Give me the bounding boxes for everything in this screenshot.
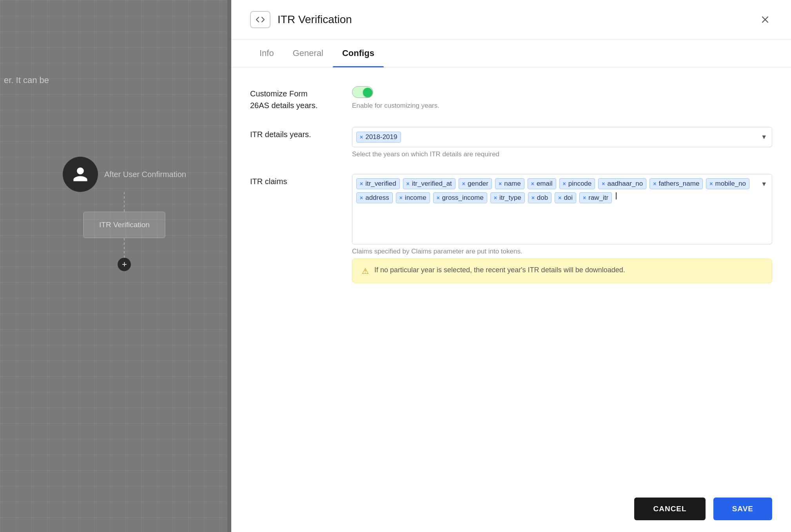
claim-remove[interactable]: × <box>494 195 497 201</box>
claims-hint: Claims specified by Claims parameter are… <box>352 248 772 255</box>
claim-tag-itr_verified_at[interactable]: × itr_verified_at <box>403 178 455 189</box>
code-icon-button[interactable] <box>250 11 270 28</box>
claim-tag-aadhaar_no[interactable]: × aadhaar_no <box>598 178 646 189</box>
flow-node-row: After User Confirmation <box>63 157 186 192</box>
flow-diagram: After User Confirmation ITR Verification… <box>63 157 186 271</box>
claim-tag-gross_income[interactable]: × gross_income <box>433 192 487 203</box>
tabs-row: Info General Configs <box>231 40 791 67</box>
claim-tag-itr_type[interactable]: × itr_type <box>490 192 525 203</box>
claim-tag-gender[interactable]: × gender <box>459 178 492 189</box>
itr-verification-label: ITR Verification <box>99 221 150 229</box>
claim-remove[interactable]: × <box>563 181 566 186</box>
add-node-button[interactable]: + <box>118 258 131 271</box>
claim-label: raw_itr <box>588 194 608 202</box>
claim-tag-fathers_name[interactable]: × fathers_name <box>649 178 703 189</box>
right-panel: ITR Verification Info General Configs Cu… <box>231 0 791 532</box>
user-icon <box>72 166 89 183</box>
claim-label: mobile_no <box>715 180 746 188</box>
claim-remove[interactable]: × <box>406 181 410 186</box>
claim-tag-pincode[interactable]: × pincode <box>559 178 595 189</box>
claim-remove[interactable]: × <box>653 181 656 186</box>
warning-icon: ⚠ <box>362 266 369 276</box>
toggle-row: Enable for customizing years. <box>352 86 772 110</box>
claim-label: name <box>504 180 521 188</box>
left-text: er. It can be <box>0 75 49 85</box>
toggle-thumb <box>363 88 372 97</box>
claim-remove[interactable]: × <box>583 195 586 201</box>
claim-tag-email[interactable]: × email <box>528 178 556 189</box>
claim-remove[interactable]: × <box>532 195 535 201</box>
itr-years-label: ITR details years. <box>250 127 352 140</box>
claim-remove[interactable]: × <box>558 195 561 201</box>
user-node-circle <box>63 157 98 192</box>
itr-years-select[interactable]: × 2018-2019 ▼ <box>352 127 772 147</box>
claim-label: aadhaar_no <box>607 180 643 188</box>
text-cursor <box>616 192 617 199</box>
warning-text: If no particular year is selected, the r… <box>374 266 625 274</box>
claims-dropdown-arrow: ▼ <box>761 181 767 188</box>
claim-tag-dob[interactable]: × dob <box>528 192 552 203</box>
claim-label: itr_type <box>499 194 521 202</box>
claim-label: address <box>365 194 389 202</box>
customize-form-control: Enable for customizing years. <box>352 86 772 110</box>
claim-tag-mobile_no[interactable]: × mobile_no <box>706 178 749 189</box>
claim-remove[interactable]: × <box>399 195 403 201</box>
tab-general[interactable]: General <box>283 40 333 67</box>
year-tag-label: 2018-2019 <box>365 133 397 141</box>
itr-claims-label: ITR claims <box>250 174 352 187</box>
tab-info[interactable]: Info <box>250 40 283 67</box>
cancel-button[interactable]: CANCEL <box>634 498 705 520</box>
claim-label: itr_verified <box>365 180 396 188</box>
claim-remove[interactable]: × <box>462 181 465 186</box>
dashed-connector-2 <box>124 238 125 258</box>
claim-remove[interactable]: × <box>709 181 713 186</box>
warning-box: ⚠ If no particular year is selected, the… <box>352 259 772 283</box>
claim-label: email <box>537 180 553 188</box>
years-dropdown-arrow: ▼ <box>761 134 767 141</box>
claim-tag-doi[interactable]: × doi <box>555 192 576 203</box>
claim-label: gender <box>468 180 488 188</box>
year-tag-2018-2019[interactable]: × 2018-2019 <box>356 132 401 143</box>
customize-toggle[interactable] <box>352 86 373 98</box>
code-icon <box>256 15 265 24</box>
claim-remove[interactable]: × <box>602 181 605 186</box>
claim-remove[interactable]: × <box>499 181 502 186</box>
panel-header: ITR Verification <box>231 0 791 40</box>
claim-label: dob <box>537 194 548 202</box>
dashed-connector-1 <box>124 192 125 212</box>
itr-claims-control: × itr_verified × itr_verified_at × gende… <box>352 174 772 283</box>
claim-label: pincode <box>568 180 592 188</box>
toggle-track <box>352 86 373 98</box>
claim-remove[interactable]: × <box>531 181 534 186</box>
save-button[interactable]: SAVE <box>713 498 772 520</box>
claim-label: itr_verified_at <box>412 180 452 188</box>
itr-years-row: ITR details years. × 2018-2019 ▼ Select … <box>250 127 772 158</box>
claim-label: gross_income <box>442 194 484 202</box>
claim-remove[interactable]: × <box>360 181 363 186</box>
claim-tag-itr_verified[interactable]: × itr_verified <box>356 178 400 189</box>
claim-tag-income[interactable]: × income <box>396 192 430 203</box>
customize-form-row: Customize Form26AS details years. Enable… <box>250 86 772 111</box>
claim-tag-address[interactable]: × address <box>356 192 393 203</box>
claim-label: fathers_name <box>659 180 699 188</box>
close-button[interactable] <box>758 13 772 27</box>
header-left: ITR Verification <box>250 11 352 28</box>
claim-remove[interactable]: × <box>437 195 440 201</box>
left-panel: er. It can be After User Confirmation IT… <box>0 0 227 532</box>
claim-tag-raw_itr[interactable]: × raw_itr <box>579 192 612 203</box>
tab-configs[interactable]: Configs <box>333 40 384 67</box>
itr-claims-select[interactable]: × itr_verified × itr_verified_at × gende… <box>352 174 772 244</box>
claim-remove[interactable]: × <box>360 195 363 201</box>
customize-form-label: Customize Form26AS details years. <box>250 86 352 111</box>
itr-years-hint: Select the years on which ITR details ar… <box>352 150 772 158</box>
close-icon <box>760 14 771 25</box>
claim-tag-name[interactable]: × name <box>495 178 524 189</box>
panel-content: Customize Form26AS details years. Enable… <box>231 67 791 486</box>
claim-label: income <box>405 194 426 202</box>
claim-label: doi <box>564 194 573 202</box>
itr-claims-row: ITR claims × itr_verified × itr_verified… <box>250 174 772 283</box>
itr-verification-node[interactable]: ITR Verification <box>83 212 165 238</box>
year-tag-remove[interactable]: × <box>360 134 363 140</box>
itr-years-control: × 2018-2019 ▼ Select the years on which … <box>352 127 772 158</box>
panel-footer: CANCEL SAVE <box>231 486 791 532</box>
